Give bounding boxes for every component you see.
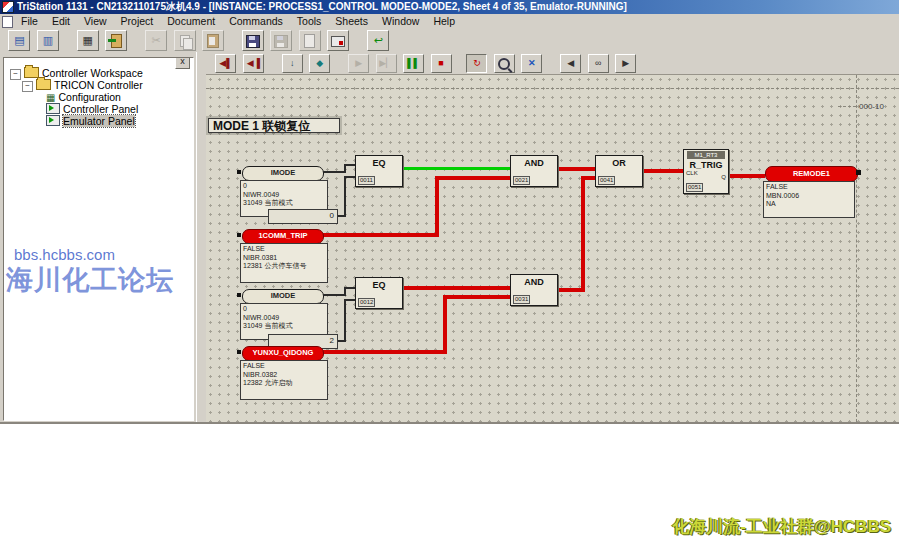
wire xyxy=(344,164,355,166)
wire-false xyxy=(401,286,510,290)
main-toolbar: ▤ ▥ ▦ ✂ ↩ xyxy=(0,28,899,53)
fit-view-button[interactable]: ✕ xyxy=(521,54,542,73)
document-button[interactable] xyxy=(299,30,321,51)
wire xyxy=(344,299,346,342)
tag-detail-box: FALSE NIBR.0382 12382 允许启动 xyxy=(240,360,328,400)
mdi-child-icon[interactable] xyxy=(2,16,13,28)
menu-window[interactable]: Window xyxy=(375,14,426,28)
window-title: TriStation 1131 - CN2132110175冰机4.9 - [I… xyxy=(17,0,627,14)
next-sheet-button[interactable]: ▶ xyxy=(615,54,636,73)
menu-commands[interactable]: Commands xyxy=(222,14,290,28)
and-block[interactable]: AND 0031 xyxy=(510,274,558,306)
tile-horizontal-button[interactable]: ▤ xyxy=(8,30,30,51)
find-button[interactable]: ∞ xyxy=(588,54,609,73)
emulator-toolbar: ◀▌ ◀▐ ↓ ◆ ▶ ▶▏ ▌▌ ■ ↻ ✕ ◀ ∞ ▶ xyxy=(206,52,899,75)
menu-sheets[interactable]: Sheets xyxy=(328,14,375,28)
step-in-button[interactable]: ◀▐ xyxy=(243,54,264,73)
tree-node-configuration[interactable]: ▦Configuration xyxy=(46,91,121,103)
zone-label: 000-10 xyxy=(859,102,884,111)
tree-node-controller-workspace[interactable]: −Controller Workspace xyxy=(10,67,143,79)
input-tag-yunxu-qidong[interactable]: YUNXU_QIDONG xyxy=(242,346,324,361)
constant-box[interactable]: 0 xyxy=(268,209,338,224)
step-in-icon: ◀▐ xyxy=(247,58,260,68)
close-icon[interactable]: x xyxy=(175,57,190,69)
panel-icon xyxy=(46,115,60,126)
save-all-icon xyxy=(274,35,288,48)
eq-block[interactable]: EQ 0011 xyxy=(355,155,403,187)
tree-node-controller-panel[interactable]: Controller Panel xyxy=(46,103,138,115)
menu-tools[interactable]: Tools xyxy=(290,14,329,28)
exit-button[interactable] xyxy=(105,30,127,51)
network-button[interactable]: ◆ xyxy=(309,54,330,73)
menu-help[interactable]: Help xyxy=(426,14,462,28)
wire xyxy=(322,294,345,296)
halt-button[interactable]: ■ xyxy=(431,54,452,73)
terminal-marker xyxy=(237,233,241,237)
window-bottom-edge xyxy=(0,422,899,424)
copy-button[interactable] xyxy=(174,30,196,51)
pause-button[interactable]: ▌▌ xyxy=(403,54,424,73)
download-button[interactable]: ↓ xyxy=(282,54,303,73)
prev-sheet-button[interactable]: ◀ xyxy=(560,54,581,73)
run-to-end-button[interactable]: ▶▏ xyxy=(376,54,397,73)
menu-edit[interactable]: Edit xyxy=(45,14,77,28)
back-button[interactable]: ↩ xyxy=(367,30,389,51)
wire xyxy=(344,299,355,301)
tree-node-tricon-controller[interactable]: −TRICON Controller xyxy=(22,79,143,91)
output-tag-remode1[interactable]: REMODE1 xyxy=(765,166,858,182)
save-all-button[interactable] xyxy=(270,30,292,51)
instance-name: M1_RT3 xyxy=(687,151,725,159)
terminal-marker xyxy=(237,170,241,174)
menu-view[interactable]: View xyxy=(77,14,114,28)
run-to-cursor-button[interactable]: ◀▌ xyxy=(215,54,236,73)
input-tag-imode[interactable]: IMODE xyxy=(242,166,324,181)
download-icon: ↓ xyxy=(290,58,295,68)
document-icon xyxy=(304,34,315,48)
tree-view[interactable]: x −Controller Workspace −TRICON Controll… xyxy=(3,57,194,421)
refresh-button[interactable]: ↻ xyxy=(466,54,487,73)
menu-file[interactable]: File xyxy=(14,14,45,28)
tree-node-emulator-panel[interactable]: Emulator Panel xyxy=(46,115,135,127)
zoom-button[interactable] xyxy=(494,54,515,73)
cut-button[interactable]: ✂ xyxy=(145,30,167,51)
sheet-border-line xyxy=(206,88,899,89)
wire-false xyxy=(322,233,437,237)
or-block[interactable]: OR 0041 xyxy=(595,155,643,187)
configuration-grid-icon: ▦ xyxy=(83,34,93,46)
input-tag-comm-trip[interactable]: 1COMM_TRIP xyxy=(242,229,324,244)
run-button[interactable]: ▶ xyxy=(348,54,369,73)
wire-false xyxy=(581,176,595,180)
input-tag-imode[interactable]: IMODE xyxy=(242,289,324,304)
wire-false xyxy=(556,167,595,171)
back-arrow-icon: ↩ xyxy=(374,34,383,46)
configuration-button[interactable]: ▦ xyxy=(77,30,99,51)
terminal-marker xyxy=(856,170,861,175)
sheet-border-line xyxy=(838,106,856,107)
watermark-footer: 化海川流-工业社群@HCBBS xyxy=(672,515,891,538)
wire-false xyxy=(581,176,585,292)
paste-button[interactable] xyxy=(202,30,224,51)
menu-bar: File Edit View Project Document Commands… xyxy=(0,14,899,29)
tile-horizontal-icon: ▤ xyxy=(14,34,24,46)
save-icon xyxy=(246,35,260,48)
workspace-tree-pane: x −Controller Workspace −TRICON Controll… xyxy=(0,52,196,423)
tile-vertical-button[interactable]: ▥ xyxy=(37,30,59,51)
run-icon: ▶ xyxy=(355,58,362,68)
next-sheet-icon: ▶ xyxy=(622,58,629,68)
rtrig-block[interactable]: M1_RT3 R_TRIG CLK Q 0051 xyxy=(683,149,729,194)
eq-block[interactable]: EQ 0012 xyxy=(355,277,403,309)
tristation-window: TriStation 1131 - CN2132110175冰机4.9 - [I… xyxy=(0,0,899,544)
menu-project[interactable]: Project xyxy=(114,14,161,28)
collapse-icon[interactable]: − xyxy=(22,81,33,92)
and-block[interactable]: AND 0021 xyxy=(510,155,558,187)
prev-sheet-icon: ◀ xyxy=(567,58,574,68)
sheet-caption[interactable]: MODE 1 联锁复位 xyxy=(208,118,340,133)
menu-document[interactable]: Document xyxy=(160,14,222,28)
fbd-canvas[interactable]: 000-10 MODE 1 联锁复位 EQ xyxy=(206,75,899,422)
collapse-icon[interactable]: − xyxy=(10,69,21,80)
wire-true xyxy=(401,167,510,170)
save-button[interactable] xyxy=(242,30,264,51)
terminal-marker xyxy=(237,350,241,354)
print-button[interactable] xyxy=(327,30,349,51)
terminal-marker xyxy=(237,293,241,297)
